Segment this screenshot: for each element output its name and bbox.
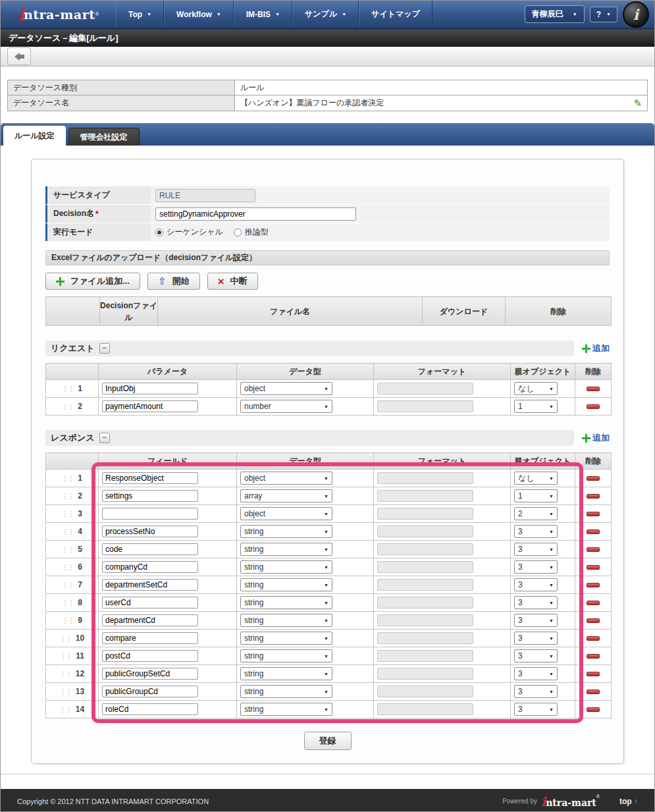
delete-row-icon[interactable] <box>587 601 600 605</box>
drag-handle-icon[interactable]: ⋮⋮ <box>60 706 72 713</box>
field-input[interactable] <box>102 614 198 626</box>
edit-pencil-icon[interactable]: ✎ <box>633 97 642 109</box>
abort-upload-button[interactable]: × 中断 <box>207 273 258 290</box>
parent-object-select[interactable]: 1 ▼ <box>514 400 558 413</box>
drag-handle-icon[interactable]: ⋮⋮ <box>62 475 74 482</box>
nav-menu-item[interactable]: Top ▼ <box>116 1 164 28</box>
nav-menu-item[interactable]: Workflow ▼ <box>164 1 234 28</box>
drag-handle-icon[interactable]: ⋮⋮ <box>60 670 72 678</box>
parent-object-select[interactable]: 3 ▼ <box>514 614 558 627</box>
data-type-select[interactable]: string ▼ <box>240 614 332 627</box>
tab[interactable]: 管理会社設定 <box>68 128 140 146</box>
drag-handle-icon[interactable]: ⋮⋮ <box>62 617 74 624</box>
data-type-select[interactable]: string ▼ <box>240 543 332 556</box>
parent-object-select[interactable]: 3 ▼ <box>514 685 558 698</box>
brand-logo[interactable]: intra-mart® <box>1 4 116 24</box>
field-input[interactable] <box>102 561 198 573</box>
data-type-select[interactable]: string ▼ <box>240 525 332 538</box>
delete-row-icon[interactable] <box>587 512 600 516</box>
register-button[interactable]: 登録 <box>304 732 352 750</box>
radio-icon[interactable] <box>155 229 163 236</box>
data-type-select[interactable]: object ▼ <box>240 507 332 520</box>
parameter-input[interactable] <box>102 400 198 412</box>
data-type-select[interactable]: object ▼ <box>240 382 332 395</box>
parent-object-select[interactable]: 1 ▼ <box>514 489 558 502</box>
help-menu-button[interactable]: ? ▼ <box>590 7 617 22</box>
radio-icon[interactable] <box>234 229 242 236</box>
parent-object-select[interactable]: 3 ▼ <box>514 596 558 609</box>
field-input[interactable] <box>102 597 198 609</box>
field-input[interactable] <box>102 508 198 520</box>
start-upload-button[interactable]: ⇧ 開始 <box>147 273 200 290</box>
parent-object-select[interactable]: なし ▼ <box>514 382 558 395</box>
back-to-top-link[interactable]: top ↑ <box>619 797 638 806</box>
delete-row-icon[interactable] <box>587 387 600 391</box>
drag-handle-icon[interactable]: ⋮⋮ <box>62 546 74 553</box>
user-menu-button[interactable]: 青柳辰巳 ▼ <box>525 5 585 23</box>
response-add-link[interactable]: 追加 <box>582 432 610 444</box>
parent-object-select[interactable]: 3 ▼ <box>514 525 558 538</box>
field-input[interactable] <box>102 543 198 555</box>
data-type-select[interactable]: string ▼ <box>240 632 332 645</box>
response-collapse-button[interactable]: − <box>99 433 110 443</box>
field-input[interactable] <box>102 650 198 662</box>
data-type-select[interactable]: string ▼ <box>240 578 332 591</box>
parent-object-select[interactable]: 3 ▼ <box>514 560 558 574</box>
exec-mode-radio-option[interactable]: 推論型 <box>234 227 269 238</box>
drag-handle-icon[interactable]: ⋮⋮ <box>62 403 74 410</box>
field-input[interactable] <box>102 472 198 484</box>
field-input[interactable] <box>102 703 198 715</box>
data-type-select[interactable]: number ▼ <box>240 400 332 413</box>
request-collapse-button[interactable]: − <box>99 343 110 354</box>
drag-handle-icon[interactable]: ⋮⋮ <box>62 564 74 571</box>
parent-object-select[interactable]: 3 ▼ <box>514 667 558 680</box>
field-input[interactable] <box>102 668 198 680</box>
delete-row-icon[interactable] <box>587 565 600 570</box>
nav-menu-item[interactable]: サンプル ▼ <box>292 1 359 28</box>
drag-handle-icon[interactable]: ⋮⋮ <box>60 653 72 660</box>
delete-row-icon[interactable] <box>587 547 600 552</box>
delete-row-icon[interactable] <box>587 529 600 534</box>
back-button[interactable] <box>7 47 31 65</box>
drag-handle-icon[interactable]: ⋮⋮ <box>60 635 72 642</box>
request-add-link[interactable]: 追加 <box>582 342 610 354</box>
field-input[interactable] <box>102 526 198 537</box>
parent-object-select[interactable]: 3 ▼ <box>514 703 558 716</box>
exec-mode-radio-option[interactable]: シーケンシャル <box>155 227 223 238</box>
add-file-button[interactable]: ファイル追加... <box>45 273 140 290</box>
data-type-select[interactable]: string ▼ <box>240 596 332 609</box>
delete-row-icon[interactable] <box>587 583 600 587</box>
delete-row-icon[interactable] <box>587 404 600 409</box>
parent-object-select[interactable]: なし ▼ <box>514 472 558 485</box>
parent-object-select[interactable]: 3 ▼ <box>514 578 558 591</box>
field-input[interactable] <box>102 579 198 591</box>
drag-handle-icon[interactable]: ⋮⋮ <box>62 385 74 392</box>
data-type-select[interactable]: string ▼ <box>240 560 332 574</box>
delete-row-icon[interactable] <box>587 690 600 694</box>
field-input[interactable] <box>102 490 198 502</box>
data-type-select[interactable]: array ▼ <box>240 489 332 502</box>
field-input[interactable] <box>102 632 198 644</box>
delete-row-icon[interactable] <box>587 476 600 481</box>
drag-handle-icon[interactable]: ⋮⋮ <box>62 599 74 607</box>
delete-row-icon[interactable] <box>587 636 600 641</box>
drag-handle-icon[interactable]: ⋮⋮ <box>62 510 74 518</box>
parent-object-select[interactable]: 2 ▼ <box>514 507 558 520</box>
parent-object-select[interactable]: 3 ▼ <box>514 543 558 556</box>
data-type-select[interactable]: string ▼ <box>240 685 332 698</box>
intramart-round-logo-icon[interactable]: i <box>623 1 649 28</box>
delete-row-icon[interactable] <box>587 672 600 676</box>
drag-handle-icon[interactable]: ⋮⋮ <box>60 688 72 695</box>
delete-row-icon[interactable] <box>587 654 600 659</box>
data-type-select[interactable]: object ▼ <box>240 472 332 485</box>
delete-row-icon[interactable] <box>587 707 600 712</box>
delete-row-icon[interactable] <box>587 494 600 499</box>
data-type-select[interactable]: string ▼ <box>240 649 332 663</box>
drag-handle-icon[interactable]: ⋮⋮ <box>62 493 74 500</box>
delete-row-icon[interactable] <box>587 618 600 623</box>
data-type-select[interactable]: string ▼ <box>240 667 332 680</box>
nav-menu-item[interactable]: IM-BIS ▼ <box>234 1 292 28</box>
data-type-select[interactable]: string ▼ <box>240 703 332 716</box>
field-input[interactable] <box>102 686 198 697</box>
drag-handle-icon[interactable]: ⋮⋮ <box>62 582 74 589</box>
